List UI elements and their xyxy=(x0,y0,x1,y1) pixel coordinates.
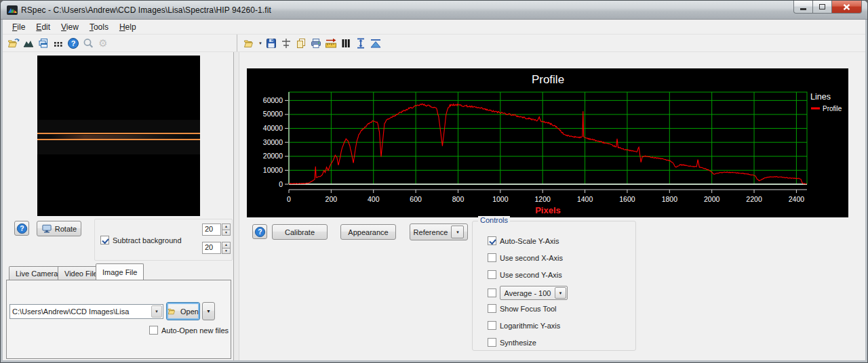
background-rows-spinner-top[interactable]: 20 ▲▼ xyxy=(202,223,231,236)
svg-text:0: 0 xyxy=(279,180,283,188)
toolbar-image: ? ⚙ xyxy=(3,35,237,51)
spinner-value[interactable]: 20 xyxy=(202,242,221,254)
open-dropdown-icon[interactable]: ▼ xyxy=(257,36,264,51)
checkbox-synthesize[interactable]: Synthesize xyxy=(488,338,536,347)
svg-text:1800: 1800 xyxy=(662,195,678,203)
svg-text:800: 800 xyxy=(452,195,465,203)
svg-text:?: ? xyxy=(71,39,76,47)
menu-file[interactable]: File xyxy=(7,21,31,33)
rotate-button[interactable]: Rotate xyxy=(37,221,81,236)
cascade-windows-icon[interactable] xyxy=(36,36,51,51)
svg-text:1000: 1000 xyxy=(492,195,509,203)
help-button[interactable]: ? xyxy=(252,224,267,239)
minimize-icon xyxy=(800,8,806,10)
selection-line-bottom[interactable] xyxy=(37,139,200,140)
open-folder-icon[interactable] xyxy=(242,36,257,51)
svg-text:50000: 50000 xyxy=(263,110,283,118)
help-icon[interactable]: ? xyxy=(66,36,81,51)
image-file-tab-panel: C:\Users\Andrew\CCD Images\Lisa ▼ Open ▼… xyxy=(6,280,231,359)
svg-text:2200: 2200 xyxy=(746,195,762,203)
close-button[interactable] xyxy=(831,1,862,14)
average-row: Average - 100 ▼ xyxy=(488,286,568,300)
checkbox-icon[interactable] xyxy=(488,321,496,330)
checkbox-auto-scale-y-axis[interactable]: Auto-Scale Y-Axis xyxy=(488,236,559,245)
fit-vertical-icon[interactable] xyxy=(353,36,368,51)
checkbox-icon[interactable] xyxy=(488,253,496,262)
svg-text:10000: 10000 xyxy=(263,166,283,174)
copy-icon[interactable] xyxy=(294,36,309,51)
gear-icon[interactable]: ⚙ xyxy=(96,36,111,51)
tab-live-camera[interactable]: Live Camera xyxy=(9,266,64,280)
open-options-button[interactable]: ▼ xyxy=(202,302,215,320)
svg-text:2400: 2400 xyxy=(789,195,805,203)
svg-text:?: ? xyxy=(20,225,24,232)
checkbox-logarithmic-y-axis[interactable]: Logarithmic Y-axis xyxy=(488,321,560,330)
open-folder-icon[interactable] xyxy=(6,36,21,51)
main-area: ? Rotate Subtract background 20 ▲▼ xyxy=(3,52,865,360)
checkbox-icon[interactable] xyxy=(488,304,496,313)
spinner-down-icon[interactable]: ▼ xyxy=(222,230,231,236)
help-button[interactable]: ? xyxy=(14,221,29,236)
open-button[interactable]: Open xyxy=(166,302,200,320)
svg-text:Pixels: Pixels xyxy=(535,205,561,215)
window-title: RSpec - C:\Users\Andrew\CCD Images\Lisa\… xyxy=(21,5,271,15)
panel-splitter[interactable] xyxy=(233,52,239,360)
menu-view[interactable]: View xyxy=(56,21,84,33)
svg-text:1200: 1200 xyxy=(535,195,551,203)
menu-help[interactable]: Help xyxy=(114,21,142,33)
svg-text:?: ? xyxy=(258,228,262,236)
columns-icon[interactable] xyxy=(338,36,353,51)
checkbox-icon[interactable] xyxy=(488,270,496,279)
checkbox-use-second-y-axis[interactable]: Use second Y-Axis xyxy=(488,270,562,279)
maximize-button[interactable] xyxy=(812,1,832,14)
checkbox-icon[interactable] xyxy=(149,326,158,335)
save-icon[interactable] xyxy=(264,36,279,51)
file-path-combobox[interactable]: C:\Users\Andrew\CCD Images\Lisa ▼ xyxy=(9,304,163,319)
magnifier-icon[interactable] xyxy=(81,36,96,51)
reference-dropdown-icon[interactable]: ▼ xyxy=(451,226,464,238)
toolbar: ? ⚙ ▼ xyxy=(3,35,865,52)
background-rows-spinner-bottom[interactable]: 20 ▲▼ xyxy=(202,242,231,254)
image-preview[interactable] xyxy=(37,56,200,216)
checkbox-icon[interactable] xyxy=(488,338,496,347)
appearance-button[interactable]: Appearance xyxy=(340,224,396,240)
menu-tools[interactable]: Tools xyxy=(84,21,114,33)
combo-dropdown-icon[interactable]: ▼ xyxy=(151,305,162,318)
help-icon: ? xyxy=(254,226,266,238)
checkbox-icon[interactable] xyxy=(488,236,496,245)
file-path-value: C:\Users\Andrew\CCD Images\Lisa xyxy=(10,307,151,316)
dots-grid-icon[interactable] xyxy=(51,36,66,51)
tab-image-file[interactable]: Image File xyxy=(96,263,144,280)
title-bar[interactable]: RSpec - C:\Users\Andrew\CCD Images\Lisa\… xyxy=(1,1,867,20)
selection-line-top[interactable] xyxy=(37,133,200,134)
subtract-background-checkbox[interactable]: Subtract background xyxy=(100,236,182,244)
peak-icon[interactable] xyxy=(368,36,383,51)
reference-button[interactable]: Reference ▼ xyxy=(410,223,468,240)
toolbar-profile: ▼ xyxy=(237,35,383,51)
calibrate-button[interactable]: Calibrate xyxy=(272,224,328,240)
svg-text:1600: 1600 xyxy=(619,195,635,203)
monitor-icon xyxy=(41,224,52,234)
printer-icon[interactable] xyxy=(309,36,323,51)
combo-dropdown-icon[interactable]: ▼ xyxy=(555,287,566,299)
svg-text:Profile: Profile xyxy=(532,73,564,86)
svg-text:30000: 30000 xyxy=(263,138,283,146)
client-area: File Edit View Tools Help xyxy=(3,20,865,360)
crosshair-icon[interactable] xyxy=(279,36,294,51)
image-display-icon[interactable] xyxy=(21,36,36,51)
auto-open-checkbox[interactable]: Auto-Open new files xyxy=(149,326,229,335)
image-panel: ? Rotate Subtract background 20 ▲▼ xyxy=(3,52,233,360)
minimize-button[interactable] xyxy=(793,1,813,14)
spinner-value[interactable]: 20 xyxy=(202,223,221,236)
controls-group: Controls Auto-Scale Y-Axis Use second X-… xyxy=(472,221,636,351)
average-combobox[interactable]: Average - 100 ▼ xyxy=(500,286,568,300)
menu-edit[interactable]: Edit xyxy=(31,21,56,33)
maximize-icon xyxy=(819,4,825,9)
average-checkbox[interactable] xyxy=(488,289,496,297)
checkbox-use-second-x-axis[interactable]: Use second X-Axis xyxy=(488,253,563,262)
ruler-icon[interactable] xyxy=(323,36,338,51)
spinner-down-icon[interactable]: ▼ xyxy=(222,248,231,255)
checkbox-show-focus-tool[interactable]: Show Focus Tool xyxy=(488,304,557,313)
checkbox-icon[interactable] xyxy=(100,236,109,244)
background-group: Subtract background 20 ▲▼ 20 ▲▼ xyxy=(94,219,233,261)
